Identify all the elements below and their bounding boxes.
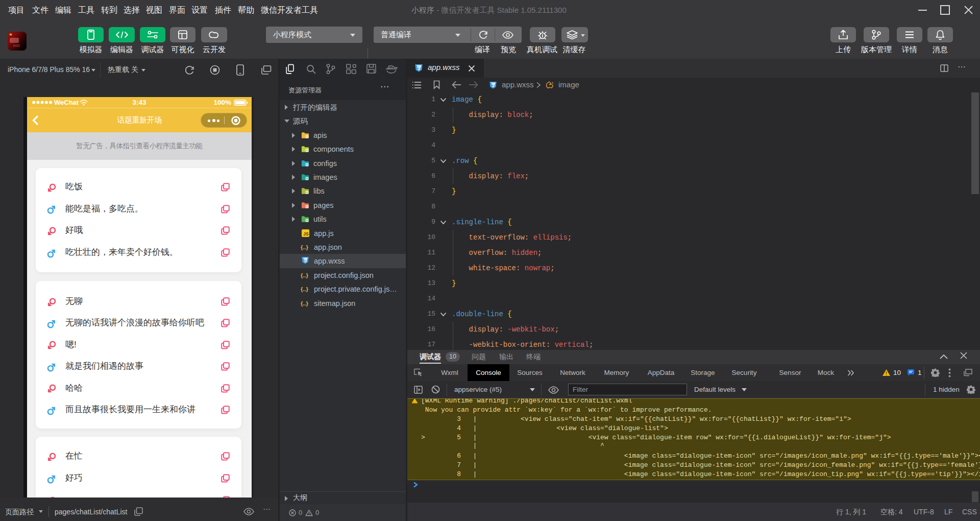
svg-text:JS: JS xyxy=(303,231,309,236)
svg-text:{..}: {..} xyxy=(301,300,308,306)
svg-text:{..}: {..} xyxy=(301,286,308,292)
svg-text:{..}: {..} xyxy=(301,272,308,278)
svg-text:{..}: {..} xyxy=(301,244,308,250)
